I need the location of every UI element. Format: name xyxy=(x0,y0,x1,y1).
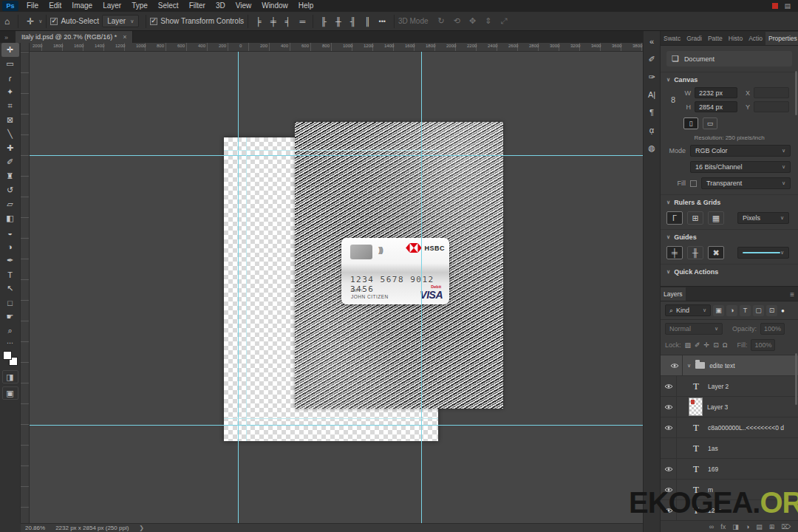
tool-button[interactable]: ✚ xyxy=(1,141,19,155)
ruler-left[interactable] xyxy=(21,52,30,523)
tool-button[interactable]: T xyxy=(1,267,19,282)
guide[interactable] xyxy=(421,52,422,523)
tool-button[interactable]: ☛ xyxy=(1,310,19,324)
guides-button[interactable]: ╫ xyxy=(687,246,703,259)
dock-panel-icon[interactable]: ◍ xyxy=(644,140,659,155)
panel-tab[interactable]: Actio xyxy=(746,32,765,45)
distribute-icon[interactable]: ╟ xyxy=(317,17,330,26)
layers-action-icon[interactable]: fx xyxy=(720,523,726,531)
rulers-grid-button[interactable]: ⊞ xyxy=(687,211,703,225)
menu-item[interactable]: View xyxy=(231,0,257,12)
guide-light[interactable] xyxy=(246,137,247,441)
ruler-origin[interactable] xyxy=(21,43,30,52)
foreground-color-swatch[interactable] xyxy=(3,351,12,360)
tool-button[interactable]: ⌕ xyxy=(1,324,19,338)
auto-select-target-dropdown[interactable]: Layer ∨ xyxy=(102,15,139,27)
blend-mode-dropdown[interactable]: Normal ∨ xyxy=(665,323,723,335)
tool-button[interactable]: ✛ xyxy=(1,43,19,57)
menu-item[interactable]: Filter xyxy=(184,0,211,12)
filter-kind-dropdown[interactable]: ⌕ Kind ∨ xyxy=(665,304,711,316)
guide[interactable] xyxy=(30,155,643,156)
menu-item[interactable]: Edit xyxy=(44,0,66,12)
layer-row[interactable]: ∨ T Layer 3 xyxy=(661,397,798,417)
color-swatches[interactable] xyxy=(3,351,18,366)
layer-row[interactable]: ∨ T c8a000000L..<<<<<<<<0 d xyxy=(661,417,798,438)
more-options-icon[interactable]: ••• xyxy=(374,18,389,25)
layers-tab[interactable]: Layers xyxy=(661,287,686,301)
distribute-icon[interactable]: ╢ xyxy=(347,17,360,26)
tool-button[interactable]: ɾ xyxy=(1,71,19,85)
layer-name[interactable]: 169 xyxy=(708,466,718,473)
dock-panel-icon[interactable]: ¶ xyxy=(644,105,659,120)
guides-button[interactable]: ✖ xyxy=(708,246,724,259)
bit-depth-dropdown[interactable]: 16 Bits/Channel ∨ xyxy=(690,161,791,173)
guides-section-header[interactable]: ∨ Guides xyxy=(661,229,798,243)
tool-button[interactable]: ╲ xyxy=(1,127,19,141)
opacity-field[interactable]: 100% xyxy=(760,323,785,335)
dock-panel-icon[interactable]: ✐ xyxy=(644,52,659,66)
align-icon[interactable]: ╪ xyxy=(267,17,280,26)
distribute-icon[interactable]: ╫ xyxy=(332,17,345,26)
dock-panel-icon[interactable]: « xyxy=(644,34,659,49)
guide[interactable] xyxy=(30,425,643,426)
tool-button[interactable]: ✒ xyxy=(1,253,19,267)
tool-button[interactable]: ◧ xyxy=(1,211,19,225)
landscape-orientation-button[interactable]: ▭ xyxy=(703,117,717,129)
dock-panel-icon[interactable]: ✑ xyxy=(644,69,659,84)
layers-action-icon[interactable]: ▤ xyxy=(756,523,763,531)
document-tab[interactable]: Italy id.psd @ 20.7% (RGB/16) * × xyxy=(16,31,133,43)
canvas-section-header[interactable]: ∨ Canvas xyxy=(661,72,798,86)
image-layer-thumbnail[interactable] xyxy=(689,398,703,416)
layers-action-icon[interactable]: ∞ xyxy=(709,523,714,531)
group-caret-icon[interactable]: ∨ xyxy=(687,363,691,369)
properties-scrollbar[interactable] xyxy=(795,71,797,115)
guide[interactable] xyxy=(238,52,239,523)
fill-checkbox[interactable] xyxy=(690,180,697,187)
layer-filter-icon[interactable]: T xyxy=(740,305,751,316)
visibility-toggle[interactable] xyxy=(661,438,677,458)
layers-action-icon[interactable]: ⌦ xyxy=(781,523,791,531)
tool-button[interactable]: ⌗ xyxy=(1,99,19,113)
auto-select-checkbox[interactable] xyxy=(50,18,58,25)
layer-row[interactable]: ∨ T 169 xyxy=(661,459,798,480)
quick-mask-icon[interactable]: ◨ xyxy=(2,370,18,383)
zoom-level[interactable]: 20.86% xyxy=(25,525,45,531)
guide-style-dropdown[interactable]: ∨ xyxy=(737,247,789,259)
text-layer-thumbnail[interactable]: T xyxy=(689,378,703,395)
fill-dropdown[interactable]: Transparent ∨ xyxy=(701,177,791,189)
layer-name[interactable]: Layer 2 xyxy=(708,383,729,390)
tool-button[interactable]: ◑ xyxy=(1,239,19,253)
visibility-toggle[interactable] xyxy=(661,376,677,396)
ruler-top[interactable]: 2000180016001400120010008006004002000200… xyxy=(21,43,643,52)
show-transform-checkbox[interactable] xyxy=(150,18,157,25)
units-dropdown[interactable]: Pixels ∨ xyxy=(737,212,789,224)
tab-overflow-icon[interactable]: » xyxy=(0,34,16,43)
home-icon[interactable]: ⌂ xyxy=(0,16,14,27)
visibility-toggle[interactable] xyxy=(661,397,677,417)
menu-item[interactable]: File xyxy=(21,0,44,12)
height-field[interactable]: 2854 px xyxy=(695,101,737,112)
layer-filter-icon[interactable]: ▣ xyxy=(713,305,724,316)
lock-icon[interactable]: ✐ xyxy=(695,341,700,349)
rulers-grid-button[interactable]: ▦ xyxy=(708,211,724,225)
filter-toggle-icon[interactable]: ● xyxy=(781,307,785,314)
panel-menu-icon[interactable]: ≡ xyxy=(790,290,798,301)
layer-name[interactable]: Layer 3 xyxy=(707,403,728,411)
quick-actions-section-header[interactable]: ∨ Quick Actions xyxy=(661,264,798,278)
tool-button[interactable]: ✐ xyxy=(1,155,19,169)
fill-field[interactable]: 100% xyxy=(751,339,775,351)
workspace-icon[interactable]: ▤ xyxy=(784,2,791,10)
rulers-grid-button[interactable]: Γ xyxy=(666,211,683,225)
tool-button[interactable]: ▱ xyxy=(1,197,19,211)
layer-filter-icon[interactable]: ⊡ xyxy=(766,305,777,316)
layer-row[interactable]: ∨ T 1as xyxy=(661,438,798,459)
lock-icon[interactable]: Ω xyxy=(723,341,728,349)
panel-tab[interactable]: Swatc xyxy=(661,32,683,45)
close-icon[interactable]: × xyxy=(123,33,126,41)
edit-toolbar-icon[interactable]: ⋯ xyxy=(7,339,13,347)
text-layer-thumbnail[interactable]: T xyxy=(689,419,703,437)
chevron-down-icon[interactable]: ∨ xyxy=(38,18,42,24)
visibility-toggle[interactable] xyxy=(661,459,677,479)
menu-item[interactable]: 3D xyxy=(211,0,231,12)
tool-button[interactable]: ◒ xyxy=(1,225,19,239)
